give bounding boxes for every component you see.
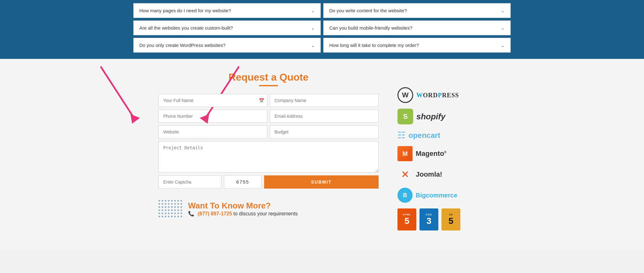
captcha-code: 6755 bbox=[224, 175, 262, 189]
name-company-row: 📅 bbox=[158, 94, 379, 107]
know-more-section: Want To Know More? 📞 (877) 897-1725 to d… bbox=[158, 200, 379, 218]
wordpress-icon: W bbox=[397, 87, 413, 103]
wordpress-logo: W WORDPRESS bbox=[397, 87, 486, 103]
captcha-input[interactable] bbox=[158, 175, 221, 189]
chevron-icon-3: ⌄ bbox=[311, 26, 315, 31]
quote-form-container: Request a Quote 📅 6755 SUBMIT bbox=[158, 71, 379, 230]
shopify-logo: S shopify bbox=[397, 109, 486, 124]
joomla-text: Joomla! bbox=[416, 170, 442, 179]
budget-input[interactable] bbox=[270, 125, 379, 139]
submit-button[interactable]: SUBMIT bbox=[264, 175, 379, 189]
shopify-icon: S bbox=[397, 109, 413, 124]
magento-text: Magento® bbox=[416, 150, 447, 158]
phone-email-row bbox=[158, 110, 379, 123]
logo-sidebar: W WORDPRESS S shopify ☷ opencart M Magen… bbox=[397, 71, 486, 230]
form-title: Request a Quote bbox=[158, 71, 379, 83]
chevron-icon-6: ⌄ bbox=[501, 43, 505, 48]
know-more-title: Want To Know More? bbox=[188, 201, 298, 211]
calendar-icon: 📅 bbox=[259, 98, 264, 103]
opencart-icon: ☷ bbox=[397, 130, 405, 140]
chevron-icon-5: ⌄ bbox=[311, 43, 315, 48]
bigcommerce-logo: B Bigcommerce bbox=[397, 188, 486, 203]
phone-icon: 📞 bbox=[188, 211, 194, 216]
chevron-icon-1: ⌄ bbox=[311, 8, 315, 13]
js5-badge: JS 5 bbox=[441, 208, 460, 230]
wordpress-text: WORDPRESS bbox=[416, 92, 459, 99]
shopify-text: shopify bbox=[416, 112, 445, 122]
full-name-input[interactable] bbox=[158, 94, 267, 107]
faq-item-6[interactable]: How long will it take to complete my ord… bbox=[323, 38, 511, 53]
email-input[interactable] bbox=[270, 110, 379, 123]
faq-grid: How many pages do I need for my website?… bbox=[133, 3, 511, 53]
opencart-logo: ☷ opencart bbox=[397, 130, 486, 140]
svg-marker-1 bbox=[130, 114, 140, 123]
faq-item-4[interactable]: Can you build mobile-friendly websites? … bbox=[323, 20, 511, 35]
tech-badges: HTML 5 CSS 3 JS 5 bbox=[397, 208, 486, 230]
faq-item-2[interactable]: Do you write content for the website? ⌄ bbox=[323, 3, 511, 18]
phone-input[interactable] bbox=[158, 110, 267, 123]
svg-line-0 bbox=[101, 66, 135, 120]
joomla-icon: ✕ bbox=[397, 167, 413, 182]
chevron-icon-4: ⌄ bbox=[501, 26, 505, 31]
know-more-phone-line: 📞 (877) 897-1725 to discuss your require… bbox=[188, 211, 298, 217]
bigcommerce-text: Bigcommerce bbox=[416, 192, 457, 199]
captcha-row: 6755 SUBMIT bbox=[158, 175, 379, 189]
joomla-logo: ✕ Joomla! bbox=[397, 167, 486, 182]
opencart-text: opencart bbox=[408, 131, 440, 140]
chevron-icon-2: ⌄ bbox=[501, 8, 505, 13]
title-underline bbox=[259, 85, 278, 86]
know-more-text: Want To Know More? 📞 (877) 897-1725 to d… bbox=[188, 201, 298, 217]
faq-section: How many pages do I need for my website?… bbox=[0, 0, 644, 59]
magento-icon: M bbox=[397, 146, 413, 161]
html5-badge: HTML 5 bbox=[397, 208, 416, 230]
company-name-input[interactable] bbox=[270, 94, 379, 107]
website-input[interactable] bbox=[158, 125, 267, 139]
bigcommerce-icon: B bbox=[397, 188, 413, 203]
css3-badge: CSS 3 bbox=[419, 208, 438, 230]
project-details-input[interactable] bbox=[158, 141, 379, 173]
main-section: Request a Quote 📅 6755 SUBMIT bbox=[0, 59, 644, 249]
magento-logo: M Magento® bbox=[397, 146, 486, 161]
faq-item-5[interactable]: Do you only create WordPress websites? ⌄ bbox=[133, 38, 321, 53]
full-name-wrapper: 📅 bbox=[158, 94, 267, 107]
faq-item-1[interactable]: How many pages do I need for my website?… bbox=[133, 3, 321, 18]
faq-item-3[interactable]: Are all the websites you create custom-b… bbox=[133, 20, 321, 35]
website-budget-row bbox=[158, 125, 379, 139]
dots-decoration bbox=[158, 200, 182, 218]
